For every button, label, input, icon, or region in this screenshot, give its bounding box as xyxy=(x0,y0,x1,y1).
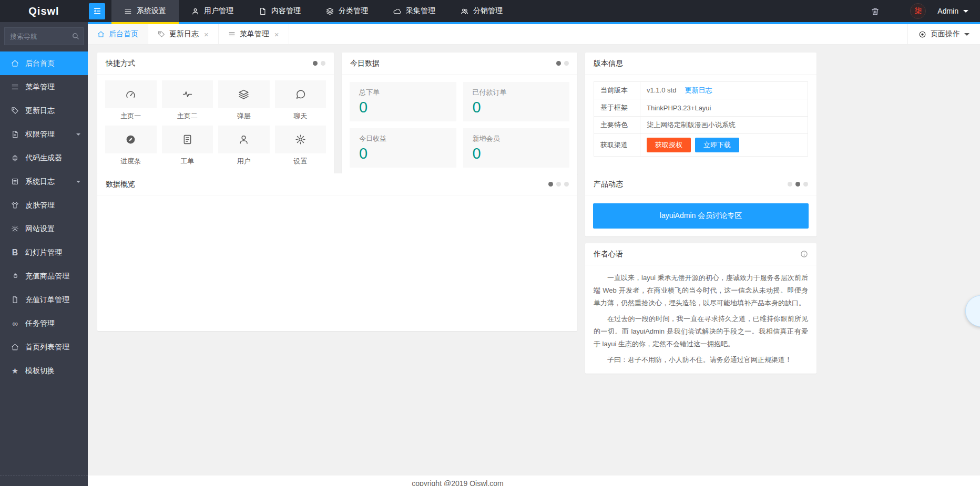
doc-icon xyxy=(11,130,19,138)
shortcut-item-3[interactable]: 聊天 xyxy=(275,80,326,121)
stat-tile-2: 今日收益0 xyxy=(350,128,456,168)
nav-item-0[interactable]: 系统设置 xyxy=(111,0,179,22)
download-button[interactable]: 立即下载 xyxy=(695,138,739,152)
card-title: 作者心语 xyxy=(594,250,800,259)
shortcut-item-2[interactable]: 弹层 xyxy=(218,80,270,121)
tab-strip: 后台首页更新日志×菜单管理× xyxy=(88,24,907,44)
star-icon: ★ xyxy=(11,367,19,375)
changelog-link[interactable]: 更新日志 xyxy=(685,86,712,94)
floating-widget[interactable] xyxy=(965,295,980,327)
shortcut-item-7[interactable]: 设置 xyxy=(275,126,326,166)
shortcut-item-4[interactable]: 进度条 xyxy=(105,126,157,166)
search-icon[interactable] xyxy=(72,32,79,40)
version-row: 当前版本v1.1.0 std更新日志 xyxy=(594,82,808,99)
version-row-label: 主要特色 xyxy=(594,117,640,134)
carousel-dot[interactable] xyxy=(321,61,325,66)
top-row: 快捷方式 主页一主页二弹层聊天进度条工单用户设置 今日数据 总下单0已付款订单0… xyxy=(97,53,816,175)
nav-item-3[interactable]: 分类管理 xyxy=(313,0,381,22)
sidebar-item-5[interactable]: 系统日志 xyxy=(0,170,88,193)
shortcut-tile xyxy=(105,126,157,153)
shortcut-item-5[interactable]: 工单 xyxy=(162,126,213,166)
version-row-label: 获取渠道 xyxy=(594,134,640,157)
author-paragraph: 在过去的一段的时间，我一直在寻求持久之道，已维持你眼前所见的一切。而 layui… xyxy=(594,313,808,350)
carousel-dot[interactable] xyxy=(548,182,553,187)
carousel-dot[interactable] xyxy=(556,61,561,66)
shortcut-tile xyxy=(162,80,213,108)
sidebar-item-2[interactable]: 更新日志 xyxy=(0,99,88,122)
nav-item-label: 内容管理 xyxy=(271,6,301,16)
sidebar-divider xyxy=(0,475,88,475)
tab-label: 更新日志 xyxy=(169,29,199,39)
carousel-dot[interactable] xyxy=(313,61,318,66)
sidebar-item-label: 充值订单管理 xyxy=(25,295,69,305)
tab-2[interactable]: 菜单管理× xyxy=(219,24,289,44)
nav-item-4[interactable]: 采集管理 xyxy=(381,0,448,22)
tab-1[interactable]: 更新日志× xyxy=(148,24,219,44)
carousel-dot[interactable] xyxy=(788,182,792,187)
sidebar-item-10[interactable]: 充值订单管理 xyxy=(0,288,88,312)
version-row: 主要特色柒上网络定制版漫画小说系统 xyxy=(594,117,808,134)
sidebar-item-7[interactable]: 网站设置 xyxy=(0,217,88,241)
tab-label: 后台首页 xyxy=(109,29,138,39)
shortcut-item-6[interactable]: 用户 xyxy=(218,126,270,166)
chat-icon xyxy=(295,89,306,100)
user-icon xyxy=(238,134,249,145)
tab-close-icon[interactable]: × xyxy=(204,30,209,39)
nav-item-5[interactable]: 分销管理 xyxy=(448,0,515,22)
copyright-text: copyright @2019 Qiswl.com xyxy=(412,479,504,486)
stat-value: 0 xyxy=(473,98,560,117)
sidebar-item-label: 更新日志 xyxy=(25,106,55,116)
shortcut-item-1[interactable]: 主页二 xyxy=(162,80,213,121)
sidebar-item-1[interactable]: 菜单管理 xyxy=(0,75,88,99)
avatar[interactable]: 柒 xyxy=(910,3,926,19)
shortcut-label: 聊天 xyxy=(275,111,326,121)
user-menu[interactable]: Admin xyxy=(937,7,968,15)
form-icon xyxy=(182,134,193,145)
sidebar-item-label: 系统日志 xyxy=(25,177,55,187)
chevron-down-icon xyxy=(76,133,80,136)
stat-value: 0 xyxy=(359,144,447,163)
tab-label: 菜单管理 xyxy=(240,29,269,39)
forum-button[interactable]: layuiAdmin 会员讨论专区 xyxy=(593,203,809,229)
robot-icon xyxy=(11,154,19,162)
sidebar-item-6[interactable]: 皮肤管理 xyxy=(0,193,88,217)
sidebar-item-8[interactable]: B幻灯片管理 xyxy=(0,241,88,264)
shortcut-item-0[interactable]: 主页一 xyxy=(105,80,157,121)
today-stats-grid: 总下单0已付款订单0今日收益0新增会员0 xyxy=(342,75,577,175)
sidebar-item-4[interactable]: 代码生成器 xyxy=(0,146,88,170)
chevron-down-icon xyxy=(76,181,80,183)
sidebar-collapse-button[interactable] xyxy=(89,3,105,19)
tab-0[interactable]: 后台首页 xyxy=(88,24,148,44)
tab-close-icon[interactable]: × xyxy=(274,30,279,39)
footer: copyright @2019 Qiswl.com xyxy=(88,475,980,486)
nav-item-2[interactable]: 内容管理 xyxy=(246,0,313,22)
version-row-value: 柒上网络定制版漫画小说系统 xyxy=(640,117,808,134)
sidebar-item-11[interactable]: ∞任务管理 xyxy=(0,312,88,335)
sidebar-item-12[interactable]: 首页列表管理 xyxy=(0,335,88,359)
sidebar-item-13[interactable]: ★模板切换 xyxy=(0,359,88,382)
chevron-down-icon xyxy=(963,10,968,13)
sidebar-item-3[interactable]: 权限管理 xyxy=(0,122,88,146)
sidebar: 后台首页菜单管理更新日志权限管理代码生成器系统日志皮肤管理网站设置B幻灯片管理充… xyxy=(0,22,88,486)
sidebar-item-9[interactable]: 充值商品管理 xyxy=(0,264,88,288)
carousel-dot[interactable] xyxy=(564,182,569,187)
carousel-dot[interactable] xyxy=(803,182,808,187)
carousel-dot[interactable] xyxy=(795,182,800,187)
header-right: 柒 Admin xyxy=(871,3,980,19)
get-license-button[interactable]: 获取授权 xyxy=(647,138,691,152)
layers-icon xyxy=(326,7,334,15)
carousel-dot[interactable] xyxy=(564,61,569,66)
sidebar-item-0[interactable]: 后台首页 xyxy=(0,51,88,75)
sidebar-item-label: 菜单管理 xyxy=(25,82,55,92)
version-row-value: v1.1.0 std更新日志 xyxy=(640,82,808,99)
trash-icon[interactable] xyxy=(871,7,880,16)
sidebar-item-label: 网站设置 xyxy=(25,224,55,234)
carousel-dot[interactable] xyxy=(556,182,561,187)
nav-item-1[interactable]: 用户管理 xyxy=(179,0,246,22)
card-version-info: 版本信息 当前版本v1.1.0 std更新日志基于框架ThinkPHP3.23+… xyxy=(585,53,816,175)
page-operations-dropdown[interactable]: 页面操作 xyxy=(907,24,980,44)
users-icon xyxy=(461,7,468,15)
tab-bar: 后台首页更新日志×菜单管理× 页面操作 xyxy=(88,24,980,45)
card-title: 快捷方式 xyxy=(106,59,313,68)
gear-icon xyxy=(11,225,19,233)
